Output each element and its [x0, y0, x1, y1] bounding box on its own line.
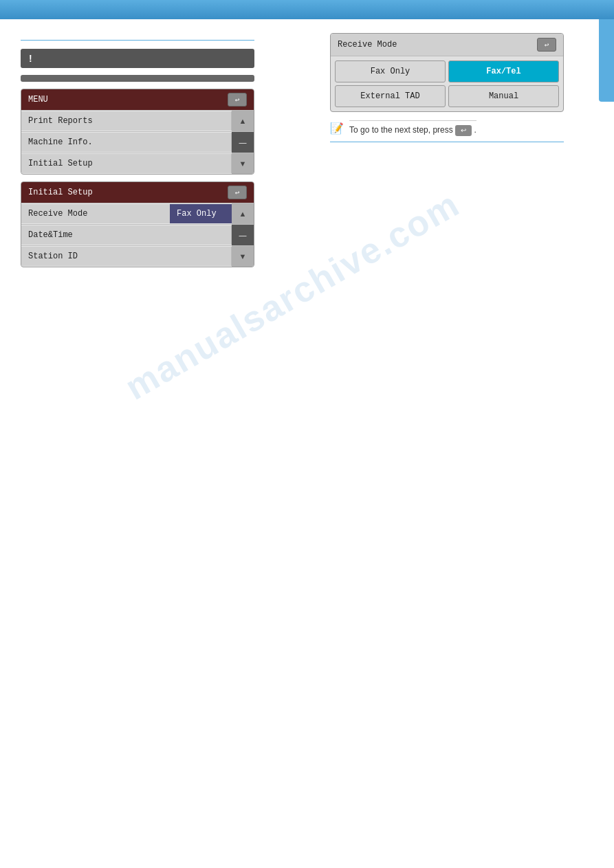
menu-item-initial-setup[interactable]: Initial Setup — [21, 154, 232, 173]
section-line-right — [330, 142, 564, 142]
menu-lcd-header: MENU ↩ — [21, 89, 254, 110]
initial-setup-receive-mode-row[interactable]: Receive Mode Fax Only — [21, 204, 232, 223]
initial-setup-lcd-panel: Initial Setup ↩ Receive Mode Fax Only ▲ … — [21, 181, 254, 267]
initial-setup-scroll-up[interactable]: ▲ — [232, 203, 254, 224]
initial-setup-row-datetime: Date&Time — — [21, 224, 254, 245]
receive-mode-manual[interactable]: Manual — [448, 85, 559, 107]
initial-setup-row-station-id: Station ID ▼ — [21, 245, 254, 267]
important-icon: ! — [29, 53, 32, 64]
important-box: ! — [21, 49, 254, 68]
receive-mode-buttons: Fax Only Fax/Tel External TAD Manual — [331, 56, 563, 111]
step-bar — [21, 75, 254, 82]
right-column: Receive Mode ↩ Fax Only Fax/Tel External… — [330, 33, 593, 274]
initial-setup-lcd-header: Initial Setup ↩ — [21, 182, 254, 203]
receive-mode-fax-tel[interactable]: Fax/Tel — [448, 60, 559, 82]
receive-mode-title: Receive Mode — [338, 40, 397, 49]
initial-setup-row-receive-mode: Receive Mode Fax Only ▲ — [21, 203, 254, 224]
receive-mode-fax-only[interactable]: Fax Only — [335, 60, 446, 82]
receive-mode-external-tad[interactable]: External TAD — [335, 85, 446, 107]
receive-mode-back-button[interactable]: ↩ — [537, 38, 556, 52]
initial-setup-scroll-down[interactable]: ▼ — [232, 246, 254, 267]
menu-scroll-up[interactable]: ▲ — [232, 111, 254, 131]
initial-setup-title: Initial Setup — [28, 188, 93, 197]
note-text: To go to the next step, press ↩ . — [349, 120, 476, 136]
initial-setup-scroll-mid[interactable]: — — [232, 225, 254, 245]
note-icon: 📝 — [330, 122, 344, 135]
menu-row-machine-info: Machine Info. — — [21, 131, 254, 153]
initial-setup-receive-mode-value: Fax Only — [170, 204, 232, 223]
initial-setup-receive-mode-label: Receive Mode — [21, 204, 170, 223]
initial-setup-station-id-label[interactable]: Station ID — [21, 247, 232, 266]
section-divider-top — [21, 40, 254, 41]
menu-scroll-mid[interactable]: — — [232, 132, 254, 153]
menu-back-button[interactable]: ↩ — [228, 93, 247, 107]
note-text-content: To go to the next step, press — [349, 125, 453, 135]
top-bar — [0, 0, 614, 19]
receive-mode-header: Receive Mode ↩ — [331, 34, 563, 56]
note-back-icon: ↩ — [455, 125, 472, 136]
receive-mode-panel: Receive Mode ↩ Fax Only Fax/Tel External… — [330, 33, 564, 112]
menu-lcd-panel: MENU ↩ Print Reports ▲ Machine Info. — I… — [21, 89, 254, 175]
note-text-after: . — [474, 125, 476, 135]
menu-title: MENU — [28, 95, 48, 104]
menu-scroll-down[interactable]: ▼ — [232, 153, 254, 174]
left-column: ! MENU ↩ Print Reports ▲ Machine Info. — [21, 33, 309, 274]
initial-setup-datetime-label[interactable]: Date&Time — [21, 225, 232, 245]
menu-item-machine-info[interactable]: Machine Info. — [21, 133, 232, 152]
menu-row-print-reports: Print Reports ▲ — [21, 110, 254, 131]
menu-row-initial-setup: Initial Setup ▼ — [21, 153, 254, 174]
menu-item-print-reports[interactable]: Print Reports — [21, 111, 232, 131]
initial-setup-back-button[interactable]: ↩ — [228, 186, 247, 199]
note-box: 📝 To go to the next step, press ↩ . — [330, 120, 593, 136]
